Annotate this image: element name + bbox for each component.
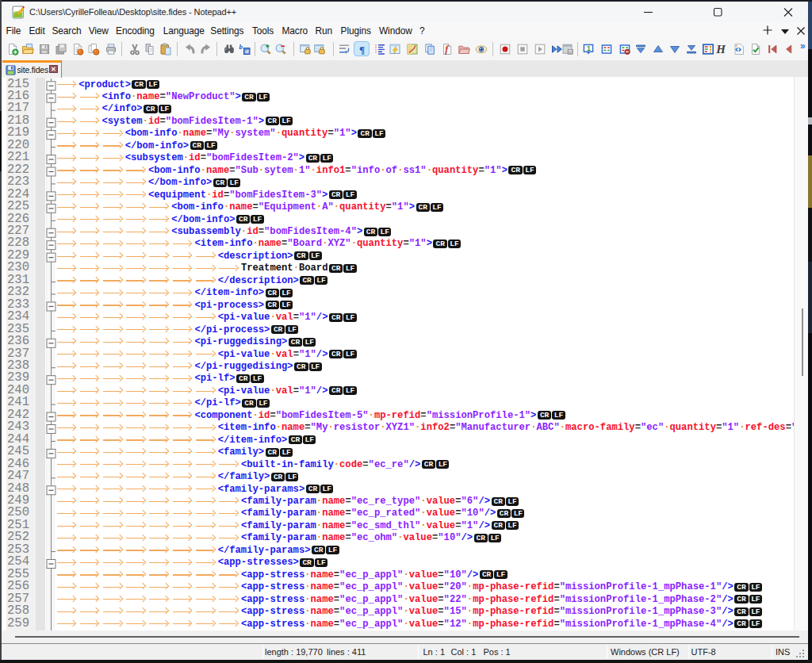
svg-text:¶: ¶ xyxy=(359,43,365,55)
svg-text:b: b xyxy=(239,43,243,51)
svg-text:1: 1 xyxy=(587,44,591,52)
svg-text:H: H xyxy=(715,43,726,56)
svg-text:a: a xyxy=(245,47,249,55)
